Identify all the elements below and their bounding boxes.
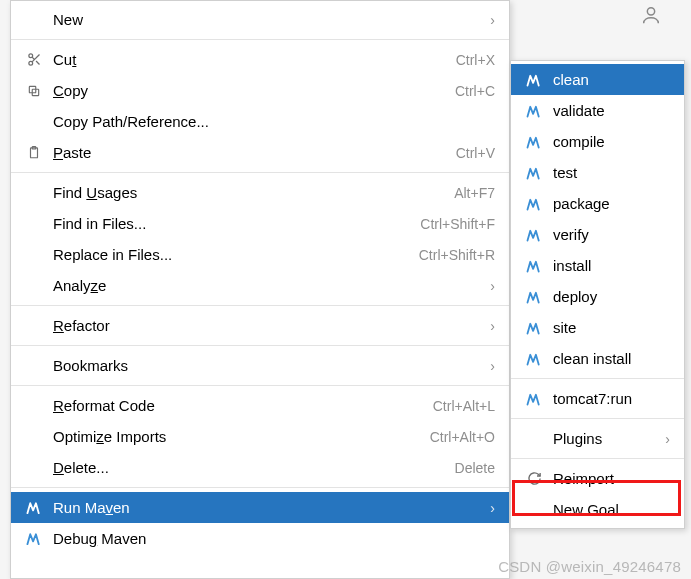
menu-label: New Goal... [553, 501, 670, 518]
shortcut-text: Delete [455, 460, 495, 476]
blank-icon [521, 500, 547, 520]
chevron-right-icon: › [483, 501, 495, 515]
menu-item-debug-maven[interactable]: Debug Maven [11, 523, 509, 554]
blank-icon [21, 10, 47, 30]
menu-label: validate [553, 102, 670, 119]
menu-item-run-maven[interactable]: Run Maven › [11, 492, 509, 523]
menu-item-bookmarks[interactable]: Bookmarks › [11, 350, 509, 381]
menu-item-copy-path[interactable]: Copy Path/Reference... [11, 106, 509, 137]
svg-point-2 [28, 61, 32, 65]
menu-label: New [53, 11, 483, 28]
submenu-item-reimport[interactable]: Reimport [511, 463, 684, 494]
submenu-item-verify[interactable]: verify [511, 219, 684, 250]
menu-label: tomcat7:run [553, 390, 670, 407]
blank-icon [521, 429, 547, 449]
chevron-right-icon: › [483, 319, 495, 333]
menu-item-find-in-files[interactable]: Find in Files... Ctrl+Shift+F [11, 208, 509, 239]
chevron-right-icon: › [483, 359, 495, 373]
blank-icon [21, 458, 47, 478]
menu-label: Optimize Imports [53, 428, 430, 445]
shortcut-text: Ctrl+Shift+F [420, 216, 495, 232]
refresh-icon [521, 469, 547, 489]
menu-item-optimize-imports[interactable]: Optimize Imports Ctrl+Alt+O [11, 421, 509, 452]
chevron-right-icon: › [658, 432, 670, 446]
submenu-item-tomcat-run[interactable]: tomcat7:run [511, 383, 684, 414]
menu-divider [11, 305, 509, 306]
menu-divider [11, 385, 509, 386]
submenu-item-clean[interactable]: clean [511, 64, 684, 95]
maven-icon [521, 70, 547, 90]
submenu-item-deploy[interactable]: deploy [511, 281, 684, 312]
svg-point-1 [28, 54, 32, 58]
menu-item-delete[interactable]: Delete... Delete [11, 452, 509, 483]
svg-line-5 [32, 57, 34, 59]
svg-line-4 [36, 61, 39, 64]
menu-item-find-usages[interactable]: Find Usages Alt+F7 [11, 177, 509, 208]
menu-item-cut[interactable]: Cut Ctrl+X [11, 44, 509, 75]
menu-label: Refactor [53, 317, 483, 334]
shortcut-text: Ctrl+Alt+L [433, 398, 495, 414]
submenu-item-compile[interactable]: compile [511, 126, 684, 157]
menu-label: Replace in Files... [53, 246, 419, 263]
toolbar-user-icon [640, 4, 662, 26]
submenu-item-validate[interactable]: validate [511, 95, 684, 126]
menu-label: Delete... [53, 459, 455, 476]
menu-label: verify [553, 226, 670, 243]
menu-label: Reimport [553, 470, 670, 487]
menu-label: Find Usages [53, 184, 454, 201]
menu-divider [511, 458, 684, 459]
submenu-item-new-goal[interactable]: New Goal... [511, 494, 684, 525]
blank-icon [21, 276, 47, 296]
maven-icon [521, 349, 547, 369]
menu-item-copy[interactable]: Copy Ctrl+C [11, 75, 509, 106]
menu-item-replace-in-files[interactable]: Replace in Files... Ctrl+Shift+R [11, 239, 509, 270]
scissors-icon [21, 50, 47, 70]
menu-item-refactor[interactable]: Refactor › [11, 310, 509, 341]
menu-label: test [553, 164, 670, 181]
menu-item-paste[interactable]: Paste Ctrl+V [11, 137, 509, 168]
menu-label: package [553, 195, 670, 212]
shortcut-text: Ctrl+Shift+R [419, 247, 495, 263]
blank-icon [21, 356, 47, 376]
maven-icon [21, 529, 47, 549]
maven-icon [521, 256, 547, 276]
blank-icon [21, 183, 47, 203]
menu-label: Analyze [53, 277, 483, 294]
menu-label: Copy [53, 82, 455, 99]
menu-label: Find in Files... [53, 215, 420, 232]
maven-icon [521, 318, 547, 338]
menu-label: Plugins [553, 430, 658, 447]
submenu-item-test[interactable]: test [511, 157, 684, 188]
context-menu-maven: clean validate compile test package veri… [510, 60, 685, 529]
shortcut-text: Ctrl+X [456, 52, 495, 68]
menu-label: Cut [53, 51, 456, 68]
shortcut-text: Ctrl+C [455, 83, 495, 99]
menu-divider [11, 345, 509, 346]
menu-label: Debug Maven [53, 530, 495, 547]
menu-label: compile [553, 133, 670, 150]
menu-label: Run Maven [53, 499, 483, 516]
menu-item-reformat-code[interactable]: Reformat Code Ctrl+Alt+L [11, 390, 509, 421]
submenu-item-install[interactable]: install [511, 250, 684, 281]
menu-label: Bookmarks [53, 357, 483, 374]
submenu-item-package[interactable]: package [511, 188, 684, 219]
menu-item-analyze[interactable]: Analyze › [11, 270, 509, 301]
submenu-item-plugins[interactable]: Plugins › [511, 423, 684, 454]
menu-divider [11, 39, 509, 40]
chevron-right-icon: › [483, 279, 495, 293]
maven-icon [521, 287, 547, 307]
menu-label: site [553, 319, 670, 336]
maven-icon [521, 389, 547, 409]
maven-icon [21, 498, 47, 518]
menu-item-new[interactable]: New › [11, 4, 509, 35]
menu-label: install [553, 257, 670, 274]
submenu-item-site[interactable]: site [511, 312, 684, 343]
chevron-right-icon: › [483, 13, 495, 27]
shortcut-text: Ctrl+V [456, 145, 495, 161]
menu-label: deploy [553, 288, 670, 305]
maven-icon [521, 163, 547, 183]
copy-icon [21, 81, 47, 101]
maven-icon [521, 225, 547, 245]
menu-label: clean [553, 71, 670, 88]
submenu-item-clean-install[interactable]: clean install [511, 343, 684, 374]
